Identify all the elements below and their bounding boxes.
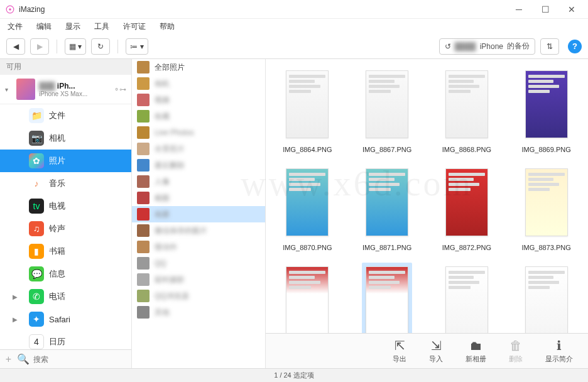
album-row[interactable]: 视频 <box>132 92 265 108</box>
album-thumbnail <box>137 224 150 237</box>
photo-cell[interactable]: IMG_8870.PNG <box>277 165 338 251</box>
photo-thumbnail <box>286 70 329 138</box>
photo-cell[interactable]: IMG_8864.PNG <box>277 67 338 153</box>
photo-filename: IMG_8864.PNG <box>283 146 332 153</box>
photo-cell[interactable]: IMG_8874.PNG <box>277 263 338 333</box>
photo-cell[interactable]: IMG_8868.PNG <box>437 67 498 153</box>
photo-cell[interactable]: IMG_8871.PNG <box>357 165 418 251</box>
album-row[interactable]: Live Photos <box>132 124 265 141</box>
album-thumbnail <box>137 306 150 319</box>
toolbar-separator <box>57 40 57 53</box>
album-row[interactable]: 相册 <box>132 206 265 222</box>
newalbum-button[interactable]: 🖿新相册 <box>466 339 486 364</box>
album-row[interactable]: 截图 <box>132 190 265 206</box>
album-thumbnail <box>137 143 150 155</box>
history-icon: ↺ <box>445 42 451 51</box>
photos-icon: ✿ <box>29 153 44 168</box>
album-row[interactable]: 全景照片 <box>132 141 265 157</box>
books-icon: ▮ <box>29 244 44 259</box>
info-button[interactable]: ℹ显示简介 <box>545 338 573 364</box>
delete-button: 🗑删除 <box>509 339 523 364</box>
sidebar-item-music[interactable]: ♪音乐 <box>0 172 131 195</box>
album-row[interactable]: 最近删除 <box>132 157 265 173</box>
album-row[interactable]: 延时摄影 <box>132 271 265 288</box>
album-thumbnail <box>137 273 150 286</box>
add-button[interactable]: + <box>4 354 13 365</box>
sidebar-item-label: 相机 <box>49 133 65 144</box>
photo-filename: IMG_8873.PNG <box>521 244 570 251</box>
album-label: 相册 <box>155 209 260 220</box>
device-thumbnail <box>16 79 35 100</box>
refresh-button[interactable]: ↻ <box>91 38 110 55</box>
photo-thumbnail <box>366 70 408 138</box>
ring-icon: ♫ <box>29 221 44 236</box>
sidebar-item-label: 书籍 <box>49 246 65 257</box>
album-label: 延时摄影 <box>155 275 260 285</box>
album-label: 全部照片 <box>155 62 260 73</box>
sidebar-item-photos[interactable]: ✿照片 <box>0 150 131 172</box>
sidebar-item-cal[interactable]: 4日历 <box>0 330 131 349</box>
photo-cell[interactable]: IMG_8873.PNG <box>516 165 577 251</box>
album-thumbnail <box>137 61 150 74</box>
export-button[interactable]: ⇱导出 <box>393 338 406 364</box>
photo-filename: IMG_8871.PNG <box>362 244 411 251</box>
menu-tools[interactable]: 工具 <box>92 20 112 33</box>
sidebar-item-files[interactable]: 📁文件 <box>0 104 131 127</box>
photo-cell[interactable]: IMG_8876.PNG <box>437 263 498 333</box>
backup-label-suffix: 的备份 <box>507 41 530 52</box>
album-row[interactable]: 微信保存的图片 <box>132 222 265 239</box>
sidebar-item-label: 电话 <box>49 291 65 302</box>
menu-help[interactable]: 帮助 <box>157 20 177 33</box>
device-row[interactable]: ▾ ███ iPh... iPhone XS Max... ⚬⊶ <box>0 75 131 104</box>
album-label: 慢动作 <box>155 242 260 253</box>
album-row[interactable]: QQ浏览器 <box>132 288 265 304</box>
sidebar-item-phone[interactable]: ▶✆电话 <box>0 285 131 308</box>
photo-filename: IMG_8867.PNG <box>362 146 411 153</box>
album-row[interactable]: 其他 <box>132 304 265 320</box>
photo-cell[interactable]: IMG_8869.PNG <box>516 67 577 153</box>
menu-license[interactable]: 许可证 <box>121 20 148 33</box>
album-label: 人像 <box>155 177 260 187</box>
list-options-button[interactable]: ≔ ▾ <box>126 38 148 55</box>
sidebar-item-label: 音乐 <box>49 178 65 189</box>
backup-selector[interactable]: ↺ ████ iPhone 的备份 <box>439 38 535 55</box>
album-label: 截图 <box>155 193 260 204</box>
photo-thumbnail <box>445 266 488 333</box>
photo-cell[interactable]: IMG_8875.PNG <box>357 263 418 333</box>
photo-thumbnail <box>445 168 488 236</box>
sidebar-item-camera[interactable]: 📷相机 <box>0 127 131 150</box>
maximize-button[interactable]: ☐ <box>538 2 553 17</box>
help-button[interactable]: ? <box>568 40 582 53</box>
album-row[interactable]: QQ <box>132 255 265 271</box>
export-icon: ⇱ <box>395 338 405 353</box>
forward-button[interactable]: ▶ <box>30 38 49 55</box>
import-button[interactable]: ⇲导入 <box>429 338 443 364</box>
album-row[interactable]: 慢动作 <box>132 239 265 255</box>
album-thumbnail <box>137 208 150 221</box>
device-name-hidden: ███ <box>39 82 55 90</box>
menu-file[interactable]: 文件 <box>5 20 25 33</box>
album-row[interactable]: 全部照片 <box>132 59 265 75</box>
search-input[interactable] <box>33 355 128 364</box>
sidebar-item-msg[interactable]: 💬信息 <box>0 263 131 285</box>
sync-button[interactable]: ⇅ <box>540 38 559 55</box>
photo-cell[interactable]: IMG_8867.PNG <box>357 67 418 153</box>
close-button[interactable]: ✕ <box>564 2 579 17</box>
view-mode-button[interactable]: ▦ ▾ <box>65 38 86 55</box>
album-row[interactable]: 人像 <box>132 173 265 190</box>
sidebar-item-tv[interactable]: tv电视 <box>0 195 131 217</box>
photo-cell[interactable]: IMG_8877.PNG <box>516 263 577 333</box>
album-thumbnail <box>137 77 150 90</box>
sidebar-item-label: 铃声 <box>49 223 65 234</box>
album-row[interactable]: 收藏 <box>132 108 265 124</box>
sidebar-item-ring[interactable]: ♫铃声 <box>0 217 131 240</box>
menu-edit[interactable]: 编辑 <box>34 20 54 33</box>
back-button[interactable]: ◀ <box>6 38 25 55</box>
photo-cell[interactable]: IMG_8872.PNG <box>437 165 498 251</box>
sidebar-item-books[interactable]: ▮书籍 <box>0 240 131 263</box>
menu-view[interactable]: 显示 <box>63 20 83 33</box>
sidebar-item-safari[interactable]: ▶✦Safari <box>0 308 131 330</box>
album-row[interactable]: 相机 <box>132 75 265 92</box>
minimize-button[interactable]: ─ <box>511 2 526 17</box>
device-name: iPh... <box>57 82 75 90</box>
